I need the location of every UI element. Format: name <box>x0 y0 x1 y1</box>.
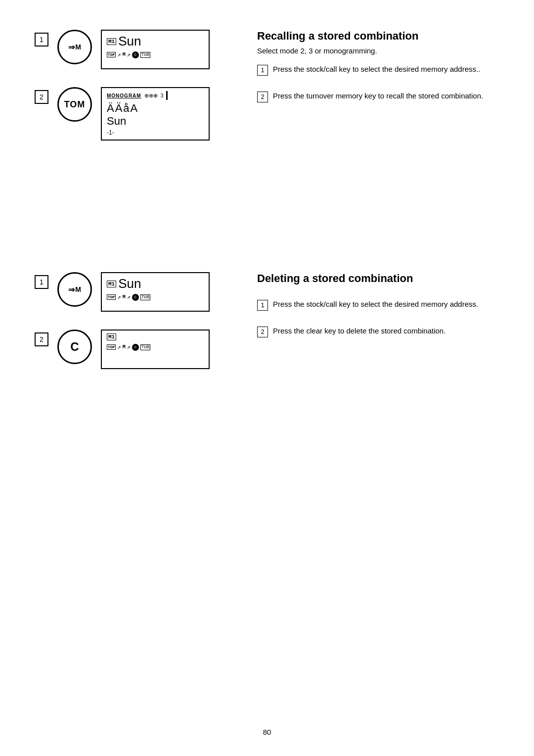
recalling-step2-row: 2 TOM MONOGRAM ⊕⊕⊕ 3 ÄÄåA <box>35 87 242 141</box>
page: 1 ⇒M M1 Sun TOP ↗ <box>0 0 534 756</box>
page-number: 80 <box>263 728 271 736</box>
deleting-step1-text: Press the stock/call key to select the d… <box>273 299 478 310</box>
right-step-num-2b: 2 <box>257 327 268 337</box>
arr2-icon-2b: ↗ <box>127 343 131 351</box>
top-icon-1b: TOP <box>107 294 116 300</box>
m-label-2b: M <box>123 344 126 350</box>
mono-sun-text: Sun <box>107 115 126 127</box>
mono-abc-text: ÄÄåA <box>107 102 138 115</box>
gap-spacer <box>35 183 499 272</box>
tub-icon-2b: TUB <box>140 344 150 350</box>
deleting-step2-row: 2 C M1 TOP ↗ M ↗ C TUB <box>35 330 242 369</box>
clear-key-label: C <box>70 340 79 354</box>
deleting-step2-text: Press the clear key to delete the stored… <box>273 326 445 337</box>
circle-icon-2b: C <box>132 344 139 351</box>
step-number-2a: 2 <box>35 90 48 104</box>
m-label-1a: M <box>123 52 126 57</box>
lcd-display-1a: M1 Sun TOP ↗ M ↗ C TUB <box>101 30 210 69</box>
tom-key-label: TOM <box>64 99 86 110</box>
arrow-m-icon-2: ⇒M <box>68 285 81 294</box>
deleting-right-step2: 2 Press the clear key to delete the stor… <box>257 326 499 337</box>
recalling-subtitle: Select mode 2, 3 or monogramming. <box>257 47 499 55</box>
right-step-num-1a: 1 <box>257 65 268 76</box>
circle-icon-1b: C <box>132 294 139 301</box>
lcd-display-2b: M1 TOP ↗ M ↗ C TUB <box>101 330 210 369</box>
lcd-sun-text-1a: Sun <box>118 34 141 49</box>
arr-icon-2b: ↗ <box>117 343 121 351</box>
deleting-section: 1 ⇒M M1 Sun TOP ↗ M ↗ <box>35 272 499 387</box>
deleting-title: Deleting a stored combination <box>257 272 499 285</box>
top-icon-1a: TOP <box>107 52 116 57</box>
deleting-right: Deleting a stored combination 1 Press th… <box>242 272 499 387</box>
step-number-2b: 2 <box>35 332 48 346</box>
top-icon-2b: TOP <box>107 344 116 350</box>
lcd-icons-row-1b: TOP ↗ M ↗ C TUB <box>107 293 204 301</box>
stock-call-key-1a[interactable]: ⇒M <box>57 30 92 64</box>
step-number-1a: 1 <box>35 33 48 47</box>
arr-icon-1a: ↗ <box>117 51 121 58</box>
arr2-icon-1b: ↗ <box>127 293 131 301</box>
title-spacer <box>257 289 499 299</box>
recalling-step2-text: Press the turnover memory key to recall … <box>273 91 483 102</box>
recalling-left: 1 ⇒M M1 Sun TOP ↗ <box>35 30 242 158</box>
tub-icon-1b: TUB <box>140 294 150 300</box>
circle-icon-1a: C <box>132 51 139 58</box>
arrow-m-icon: ⇒M <box>68 43 81 52</box>
monogram-label: MONOGRAM <box>107 93 141 98</box>
recalling-right-step2: 2 Press the turnover memory key to recal… <box>257 91 499 102</box>
lcd-icons-row-1a: TOP ↗ M ↗ C TUB <box>107 51 204 58</box>
lcd-m1-label-2b: M1 <box>107 333 116 340</box>
lcd-m1-label-1b: M1 <box>107 281 116 287</box>
deleting-right-step1: 1 Press the stock/call key to select the… <box>257 299 499 311</box>
recalling-title: Recalling a stored combination <box>257 30 499 43</box>
lcd-display-1b: M1 Sun TOP ↗ M ↗ C TUB <box>101 272 210 312</box>
tom-key[interactable]: TOM <box>57 87 92 122</box>
stitch-icons: ⊕⊕⊕ <box>144 93 158 99</box>
deleting-step1-row: 1 ⇒M M1 Sun TOP ↗ M ↗ <box>35 272 242 312</box>
clear-key[interactable]: C <box>57 330 92 364</box>
recalling-section: 1 ⇒M M1 Sun TOP ↗ <box>35 30 499 158</box>
stitch-num: 3 <box>161 93 164 98</box>
lcd-m1-label-1a: M1 <box>107 38 116 45</box>
arr-icon-1b: ↗ <box>117 293 121 301</box>
tub-icon-1a: TUB <box>140 52 150 58</box>
arr2-icon-1a: ↗ <box>127 51 131 58</box>
recalling-step1-row: 1 ⇒M M1 Sun TOP ↗ <box>35 30 242 69</box>
lcd-monogram-display: MONOGRAM ⊕⊕⊕ 3 ÄÄåA Sun -1- <box>101 87 210 141</box>
m-label-1b: M <box>123 294 126 300</box>
stock-call-key-1b[interactable]: ⇒M <box>57 272 92 307</box>
recalling-right: Recalling a stored combination Select mo… <box>242 30 499 158</box>
lcd-icons-row-2b: TOP ↗ M ↗ C TUB <box>107 343 204 351</box>
right-step-num-2a: 2 <box>257 92 268 102</box>
recalling-step1-text: Press the stock/call key to select the d… <box>273 64 480 75</box>
lcd-sun-text-1b: Sun <box>118 276 141 291</box>
right-step-num-1b: 1 <box>257 300 268 311</box>
deleting-left: 1 ⇒M M1 Sun TOP ↗ M ↗ <box>35 272 242 387</box>
cursor <box>166 91 168 100</box>
mono-minus: -1- <box>107 129 114 136</box>
recalling-right-step1: 1 Press the stock/call key to select the… <box>257 64 499 76</box>
step-number-1b: 1 <box>35 275 48 289</box>
